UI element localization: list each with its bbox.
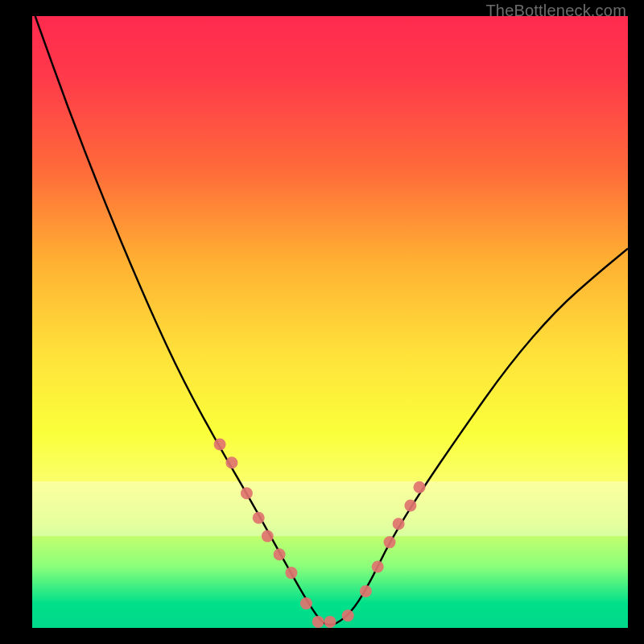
marker-dot bbox=[393, 518, 405, 530]
curve-markers bbox=[214, 439, 426, 628]
marker-dot bbox=[324, 616, 336, 628]
marker-dot bbox=[274, 548, 286, 560]
marker-dot bbox=[404, 500, 416, 512]
marker-dot bbox=[241, 487, 253, 499]
marker-dot bbox=[225, 456, 237, 469]
attribution-text: TheBottleneck.com bbox=[485, 2, 626, 20]
marker-dot bbox=[312, 616, 324, 628]
chart-plot-area bbox=[32, 16, 628, 628]
marker-dot bbox=[342, 609, 354, 621]
marker-dot bbox=[360, 585, 372, 597]
marker-dot bbox=[285, 567, 297, 579]
curve-line bbox=[35, 16, 628, 625]
marker-dot bbox=[214, 439, 226, 451]
marker-dot bbox=[300, 597, 312, 609]
marker-dot bbox=[384, 536, 396, 548]
marker-dot bbox=[414, 481, 426, 493]
chart-svg bbox=[32, 16, 628, 628]
marker-dot bbox=[253, 512, 265, 524]
marker-dot bbox=[372, 561, 384, 573]
marker-dot bbox=[262, 530, 274, 543]
